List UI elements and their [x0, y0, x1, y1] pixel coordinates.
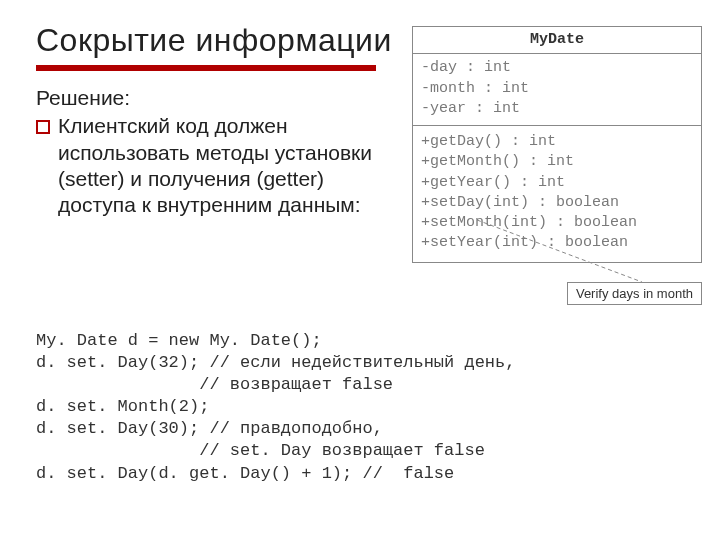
code-line: My. Date d = new My. Date();	[36, 331, 322, 350]
solution-label: Решение:	[36, 85, 396, 111]
uml-field: -month : int	[421, 79, 693, 99]
uml-method: +setDay(int) : boolean	[421, 193, 693, 213]
bullet-item: Клиентский код должен использовать метод…	[36, 113, 396, 218]
code-line: // возвращает false	[36, 375, 393, 394]
uml-class-box: MyDate -day : int -month : int -year : i…	[412, 26, 702, 263]
uml-field: -day : int	[421, 58, 693, 78]
code-line: d. set. Month(2);	[36, 397, 209, 416]
uml-method: +getDay() : int	[421, 132, 693, 152]
uml-method: +getMonth() : int	[421, 152, 693, 172]
uml-method: +getYear() : int	[421, 173, 693, 193]
uml-diagram: MyDate -day : int -month : int -year : i…	[412, 26, 702, 263]
title-underline	[36, 65, 376, 71]
uml-methods: +getDay() : int +getMonth() : int +getYe…	[413, 126, 701, 262]
uml-method: +setMonth(int) : boolean	[421, 213, 693, 233]
code-line: // set. Day возвращает false	[36, 441, 485, 460]
callout-label: Verify days in month	[567, 282, 702, 305]
bullet-square-icon	[36, 120, 50, 134]
uml-class-name: MyDate	[413, 27, 701, 54]
body-text: Решение: Клиентский код должен использов…	[36, 85, 396, 218]
bullet-text: Клиентский код должен использовать метод…	[58, 113, 396, 218]
uml-field: -year : int	[421, 99, 693, 119]
code-line: d. set. Day(32); // если недействительны…	[36, 353, 515, 372]
uml-method: +setYear(int) : boolean	[421, 233, 693, 253]
code-sample: My. Date d = new My. Date(); d. set. Day…	[36, 330, 515, 485]
code-line: d. set. Day(d. get. Day() + 1); // false	[36, 464, 454, 483]
uml-fields: -day : int -month : int -year : int	[413, 54, 701, 126]
code-line: d. set. Day(30); // правдоподобно,	[36, 419, 383, 438]
